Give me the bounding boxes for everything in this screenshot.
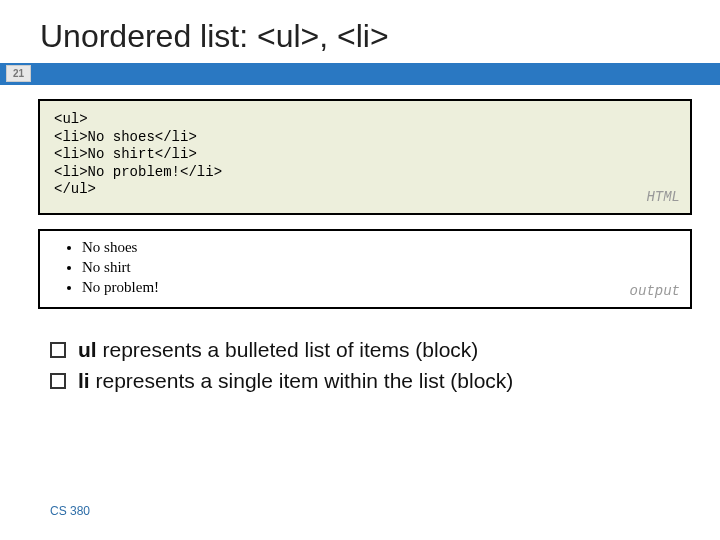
slide-title: Unordered list: <ul>, <li>	[0, 0, 720, 63]
output-list: No shoes No shirt No problem!	[54, 237, 676, 298]
page-number-badge: 21	[6, 65, 31, 82]
code-content: <ul> <li>No shoes</li> <li>No shirt</li>…	[54, 111, 676, 199]
notes-section: ul represents a bulleted list of items (…	[50, 335, 692, 396]
note-line-1: ul represents a bulleted list of items (…	[50, 335, 692, 365]
output-box: No shoes No shirt No problem! output	[38, 229, 692, 310]
code-box-label: HTML	[646, 189, 680, 205]
footer-course-code: CS 380	[50, 504, 90, 518]
list-item: No shoes	[82, 237, 676, 257]
note-line-2: li represents a single item within the l…	[50, 366, 692, 396]
code-box: <ul> <li>No shoes</li> <li>No shirt</li>…	[38, 99, 692, 215]
accent-bar: 21	[0, 63, 720, 85]
note-text-1: ul represents a bulleted list of items (…	[78, 335, 478, 365]
note-text-2: li represents a single item within the l…	[78, 366, 513, 396]
square-bullet-icon	[50, 373, 66, 389]
list-item: No shirt	[82, 257, 676, 277]
output-box-label: output	[630, 283, 680, 299]
square-bullet-icon	[50, 342, 66, 358]
list-item: No problem!	[82, 277, 676, 297]
